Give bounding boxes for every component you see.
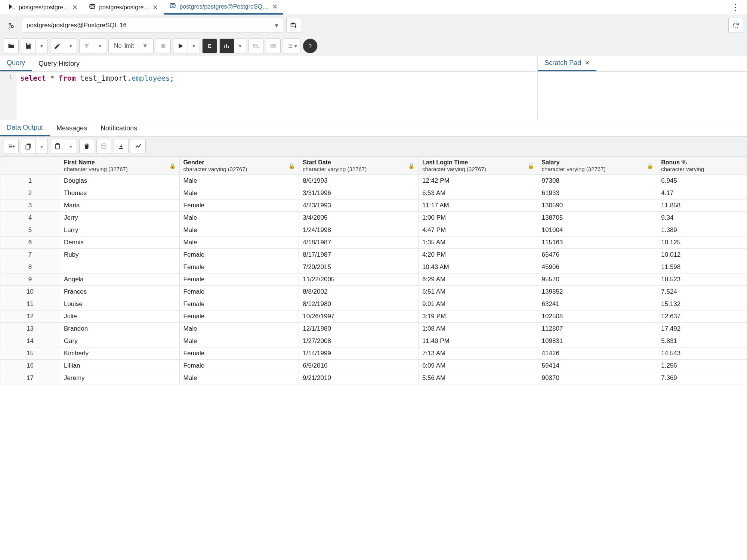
data-cell[interactable]: 102508	[538, 310, 657, 323]
data-cell[interactable]: 10/26/1997	[299, 310, 419, 323]
table-row[interactable]: 6DennisMale4/18/19871:35 AM11516310.125	[0, 236, 747, 249]
data-cell[interactable]: 10.125	[657, 236, 747, 249]
table-row[interactable]: 16LillianFemale6/5/20166:09 AM594141.256	[0, 360, 747, 372]
table-row[interactable]: 7RubyFemale8/17/19874:20 PM6547610.012	[0, 249, 747, 261]
data-cell[interactable]: 10.012	[657, 249, 747, 261]
row-number-cell[interactable]: 17	[0, 372, 60, 384]
data-cell[interactable]: 59414	[538, 360, 657, 372]
data-cell[interactable]: Louise	[60, 298, 179, 310]
data-cell[interactable]: 9.34	[657, 212, 747, 224]
data-cell[interactable]: 6/5/2016	[299, 360, 419, 372]
data-cell[interactable]: 1.389	[657, 224, 747, 236]
explain-analyze-button[interactable]	[219, 38, 234, 53]
tab-scratch-pad[interactable]: Scratch Pad ✕	[538, 56, 596, 71]
reload-icon[interactable]	[728, 18, 743, 33]
data-cell[interactable]: 4/18/1987	[299, 236, 419, 249]
data-cell[interactable]: 3:19 PM	[418, 310, 538, 323]
data-cell[interactable]: 7:13 AM	[418, 347, 538, 360]
data-cell[interactable]: Larry	[60, 224, 179, 236]
more-menu-icon[interactable]: ⋮	[727, 3, 744, 12]
tab-query-history[interactable]: Query History	[32, 56, 86, 71]
data-cell[interactable]: Female	[179, 199, 299, 212]
data-cell[interactable]: Maria	[60, 199, 179, 212]
sql-editor[interactable]: 1 select * from test_import.employees;	[0, 72, 537, 120]
paste-button[interactable]	[50, 139, 65, 154]
save-button[interactable]	[21, 38, 36, 53]
copy-button[interactable]	[21, 139, 36, 154]
data-cell[interactable]: 61933	[538, 187, 657, 199]
filter-menu-button[interactable]	[94, 38, 106, 53]
data-cell[interactable]: 8/6/1993	[299, 175, 419, 187]
table-row[interactable]: 9AngelaFemale11/22/20056:29 AM9557018.52…	[0, 273, 747, 286]
editor-code[interactable]: select * from test_import.employees;	[16, 72, 537, 120]
data-cell[interactable]: 101004	[538, 224, 657, 236]
column-header[interactable]: Start Datecharacter varying (32767)🔒	[299, 157, 419, 175]
tab-notifications[interactable]: Notifications	[94, 120, 144, 136]
data-cell[interactable]: 12/1/1980	[299, 323, 419, 335]
data-cell[interactable]: 95570	[538, 273, 657, 286]
column-header[interactable]: Salarycharacter varying (32767)🔒	[538, 157, 657, 175]
save-menu-button[interactable]	[36, 38, 48, 53]
data-cell[interactable]: 1/14/1999	[299, 347, 419, 360]
data-cell[interactable]: 9:01 AM	[418, 298, 538, 310]
download-button[interactable]	[114, 139, 129, 154]
data-cell[interactable]: 45906	[538, 261, 657, 273]
data-cell[interactable]: 139852	[538, 286, 657, 298]
data-cell[interactable]: 8/17/1987	[299, 249, 419, 261]
data-cell[interactable]: Gary	[60, 335, 179, 347]
data-cell[interactable]: 6.945	[657, 175, 747, 187]
data-cell[interactable]: 65476	[538, 249, 657, 261]
table-row[interactable]: 14GaryMale1/27/200811:40 PM1098315.831	[0, 335, 747, 347]
data-cell[interactable]: Douglas	[60, 175, 179, 187]
row-number-cell[interactable]: 13	[0, 323, 60, 335]
data-cell[interactable]: Male	[179, 335, 299, 347]
data-cell[interactable]: Jerry	[60, 212, 179, 224]
table-row[interactable]: 5LarryMale1/24/19984:47 PM1010041.389	[0, 224, 747, 236]
row-number-cell[interactable]: 14	[0, 335, 60, 347]
run-menu-button[interactable]	[188, 38, 200, 53]
data-cell[interactable]: 7.369	[657, 372, 747, 384]
data-cell[interactable]: 15.132	[657, 298, 747, 310]
data-cell[interactable]: 1/24/1998	[299, 224, 419, 236]
data-cell[interactable]: 4:47 PM	[418, 224, 538, 236]
table-row[interactable]: 3MariaFemale4/23/199311:17 AM13059011.85…	[0, 199, 747, 212]
table-row[interactable]: 10FrancesFemale8/8/20026:51 AM1398527.52…	[0, 286, 747, 298]
delete-row-button[interactable]	[79, 139, 94, 154]
row-number-cell[interactable]: 10	[0, 286, 60, 298]
close-icon[interactable]: ✕	[585, 59, 590, 66]
data-cell[interactable]: Female	[179, 286, 299, 298]
tab-data-output[interactable]: Data Output	[0, 120, 50, 136]
data-cell[interactable]: 41426	[538, 347, 657, 360]
data-cell[interactable]	[60, 261, 179, 273]
data-cell[interactable]: 4/23/1993	[299, 199, 419, 212]
data-cell[interactable]: 90370	[538, 372, 657, 384]
data-cell[interactable]: 138705	[538, 212, 657, 224]
row-number-cell[interactable]: 2	[0, 187, 60, 199]
data-cell[interactable]: 18.523	[657, 273, 747, 286]
data-cell[interactable]: 6:51 AM	[418, 286, 538, 298]
new-connection-button[interactable]	[286, 18, 301, 33]
table-row[interactable]: 2ThomasMale3/31/19966:53 AM619334.17	[0, 187, 747, 199]
macros-button[interactable]	[283, 38, 300, 53]
data-cell[interactable]: 11:17 AM	[418, 199, 538, 212]
data-cell[interactable]: 3/31/1996	[299, 187, 419, 199]
row-number-cell[interactable]: 7	[0, 249, 60, 261]
data-cell[interactable]: 9/21/2010	[299, 372, 419, 384]
data-cell[interactable]: Dennis	[60, 236, 179, 249]
row-number-cell[interactable]: 3	[0, 199, 60, 212]
data-cell[interactable]: 8/8/2002	[299, 286, 419, 298]
tab-query[interactable]: Query	[0, 56, 32, 71]
stop-button[interactable]	[156, 38, 171, 53]
copy-menu-button[interactable]	[36, 139, 48, 154]
connection-select[interactable]: postgres/postgres@PostgreSQL 16 ▾	[22, 18, 283, 33]
close-icon[interactable]: ✕	[272, 3, 278, 11]
filter-button[interactable]	[79, 38, 94, 53]
help-button[interactable]: ?	[303, 38, 318, 53]
data-grid[interactable]: First Namecharacter varying (32767)🔒Gend…	[0, 157, 747, 560]
data-cell[interactable]: 1:35 AM	[418, 236, 538, 249]
data-cell[interactable]: 7.524	[657, 286, 747, 298]
tab-messages[interactable]: Messages	[50, 120, 94, 136]
paste-menu-button[interactable]	[65, 139, 77, 154]
data-cell[interactable]: 6:53 AM	[418, 187, 538, 199]
scratch-pad-area[interactable]	[538, 72, 747, 120]
